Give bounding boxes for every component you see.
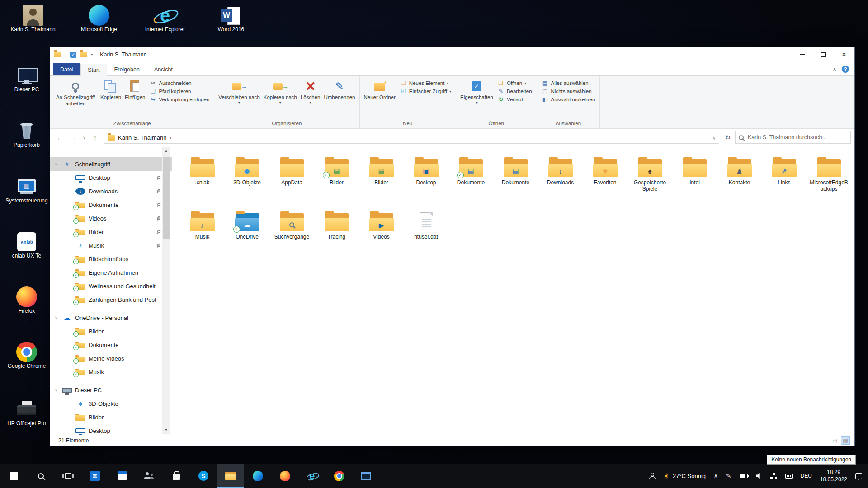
taskbar-button-skype[interactable] <box>190 464 217 488</box>
file-item[interactable]: Musik <box>180 212 225 265</box>
forward-button[interactable]: → <box>67 131 80 144</box>
scrollbar[interactable] <box>162 147 170 434</box>
people-tray-button[interactable] <box>645 464 659 488</box>
address-dropdown-chevron-icon[interactable] <box>712 134 716 141</box>
nav-row[interactable]: Downloads <box>50 184 172 198</box>
breadcrumb-item[interactable]: Karin S. Thalmann <box>118 134 166 141</box>
taskbar-button-people[interactable] <box>136 464 163 488</box>
taskbar-button-mail[interactable] <box>81 464 108 488</box>
up-button[interactable]: ↑ <box>89 131 101 144</box>
chevron-down-icon[interactable] <box>55 388 62 392</box>
desktop-icon[interactable]: HP Officejet Pro <box>2 399 52 427</box>
customize-qat-chevron-icon[interactable]: ▾ <box>91 52 93 56</box>
file-item[interactable]: ntuser.dat <box>404 212 448 265</box>
ribbon-button[interactable]: Nichts auswählen <box>540 88 594 94</box>
desktop-icon[interactable]: Internet Explorer <box>140 5 190 33</box>
file-item[interactable]: Dokumente <box>448 158 493 211</box>
taskbar-button-app-window[interactable] <box>353 464 380 488</box>
search-box[interactable] <box>735 131 851 144</box>
file-item[interactable]: Dokumente <box>493 158 538 211</box>
desktop-icon[interactable]: Dieser PC <box>2 65 52 93</box>
ribbon-button[interactable]: Kopieren nach▾ <box>262 77 298 119</box>
taskbar-button-store[interactable] <box>163 464 190 488</box>
minimize-ribbon-chevron-icon[interactable]: ∧ <box>833 66 836 72</box>
volume-tray-button[interactable] <box>752 464 766 488</box>
nav-row[interactable]: Videos <box>50 211 172 225</box>
ribbon-button[interactable]: Umbenennen <box>322 77 356 119</box>
desktop-icon[interactable]: Word 2016 <box>206 5 256 33</box>
properties-quick-icon[interactable] <box>70 52 76 58</box>
ribbon-button[interactable]: Kopieren <box>99 77 123 119</box>
file-item[interactable]: OneDrive <box>225 212 269 265</box>
nav-row[interactable]: 3D-Objekte <box>50 397 172 410</box>
taskbar-button-search[interactable] <box>27 464 54 488</box>
ribbon-tab[interactable]: Ansicht <box>147 63 180 75</box>
ribbon-button[interactable]: Verknüpfung einfügen <box>147 96 211 103</box>
chevron-down-icon[interactable] <box>55 315 62 320</box>
taskbar-button-file-explorer[interactable] <box>217 464 244 488</box>
ribbon-button[interactable]: Einfügen <box>123 77 146 119</box>
taskbar-button-edge[interactable] <box>244 464 271 488</box>
file-item[interactable]: Suchvorgänge <box>269 212 314 265</box>
list-view-icon[interactable] <box>830 436 840 445</box>
nav-row[interactable]: Schnellzugriff <box>50 157 172 171</box>
breadcrumb[interactable]: Karin S. Thalmann <box>104 131 719 144</box>
nav-row[interactable]: OneDrive - Personal <box>50 311 172 324</box>
nav-row[interactable]: Dokumente <box>50 198 172 211</box>
scroll-thumb[interactable] <box>163 157 170 239</box>
file-item[interactable]: MicrosoftEdgeBackups <box>807 158 851 211</box>
desktop-icon[interactable]: Papierkorb <box>2 120 52 148</box>
desktop-icon[interactable]: Karin S. Thalmann <box>8 5 58 33</box>
file-item[interactable]: Favoriten <box>583 158 627 211</box>
ribbon-tab[interactable]: Start <box>80 64 107 76</box>
ribbon-button[interactable]: Verlauf <box>495 96 525 103</box>
file-item[interactable]: Tracing <box>314 212 359 265</box>
nav-row[interactable]: Bilder <box>50 410 172 424</box>
file-item[interactable]: Downloads <box>538 158 583 211</box>
help-icon[interactable]: ? <box>842 66 849 73</box>
ribbon-button[interactable]: Neues Element▾ <box>398 80 451 86</box>
ribbon-button[interactable]: Verschieben nach▾ <box>217 77 261 119</box>
back-button[interactable]: ← <box>54 131 66 144</box>
nav-row[interactable]: Eigene Aufnahmen <box>50 266 172 279</box>
nav-row[interactable]: Musik <box>50 239 172 252</box>
ribbon-button[interactable]: Einfacher Zugriff▾ <box>398 88 453 94</box>
recent-locations-chevron-icon[interactable]: ∨ <box>81 131 88 144</box>
file-item[interactable]: Intel <box>672 158 717 211</box>
nav-row[interactable]: Desktop <box>50 424 172 435</box>
hidden-icons-chevron-icon[interactable] <box>710 464 722 488</box>
taskbar-button-internet-explorer[interactable] <box>298 464 326 488</box>
ribbon-button[interactable]: Pfad kopieren <box>147 88 193 94</box>
nav-row[interactable]: Bilder <box>50 324 172 338</box>
ribbon-button[interactable]: An Schnellzugriff anheften <box>53 77 98 119</box>
taskbar-button-firefox[interactable] <box>271 464 298 488</box>
nav-row[interactable]: Dokumente <box>50 338 172 352</box>
file-item[interactable]: Bilder <box>314 158 359 211</box>
ribbon-tab[interactable]: Datei <box>53 63 80 75</box>
ribbon-button[interactable]: Löschen▾ <box>299 77 321 119</box>
ribbon-button[interactable]: Öffnen▾ <box>495 80 528 86</box>
clock[interactable]: 18:29 18.05.2022 <box>816 464 851 488</box>
ribbon-button[interactable]: Alles auswählen <box>540 80 590 86</box>
weather-widget[interactable]: 27°C Sonnig <box>659 464 710 488</box>
battery-tray-button[interactable] <box>736 464 752 488</box>
title-bar[interactable]: | ▾ Karin S. Thalmann × <box>50 47 854 61</box>
nav-row[interactable]: Dieser PC <box>50 383 172 397</box>
file-item[interactable]: Videos <box>359 212 404 265</box>
search-input[interactable] <box>747 134 847 141</box>
nav-row[interactable]: Bilder <box>50 225 172 239</box>
language-indicator[interactable]: DEU <box>797 464 816 488</box>
nav-row[interactable]: Bildschirmfotos <box>50 252 172 266</box>
refresh-icon[interactable] <box>722 131 734 143</box>
ribbon-button[interactable]: Bearbeiten <box>495 88 534 94</box>
close-button[interactable]: × <box>834 47 854 61</box>
ribbon-button[interactable]: Neuer Ordner <box>363 77 397 119</box>
taskbar-button-chrome[interactable] <box>326 464 353 488</box>
taskbar-button-start[interactable] <box>0 464 27 488</box>
file-item[interactable]: Kontakte <box>717 158 762 211</box>
action-center-button[interactable] <box>851 464 866 488</box>
desktop-icon[interactable]: Microsoft Edge <box>74 5 124 33</box>
desktop-icon[interactable]: Google Chrome <box>2 341 52 369</box>
file-item[interactable]: Gespeicherte Spiele <box>627 158 672 211</box>
scroll-down-arrow-icon[interactable] <box>162 427 170 434</box>
